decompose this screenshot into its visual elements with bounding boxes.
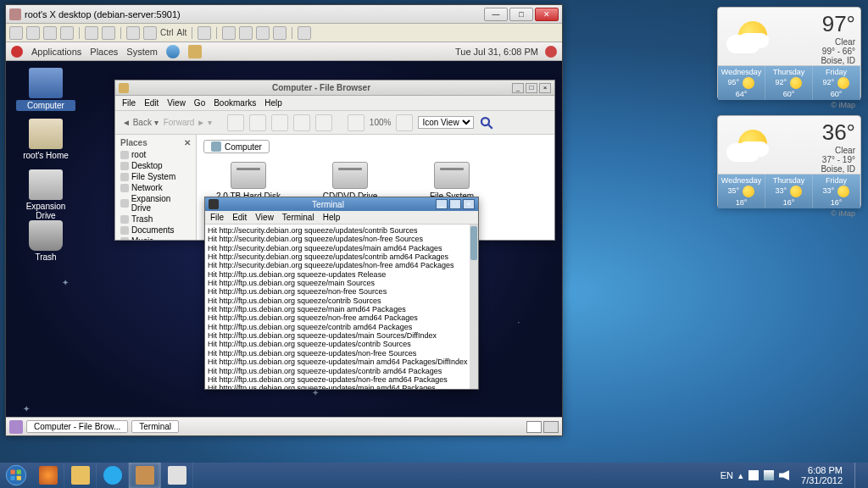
menu-system[interactable]: System	[126, 47, 158, 57]
maximize-button[interactable]: □	[449, 199, 461, 209]
fullscreen-icon[interactable]	[298, 26, 311, 40]
desktop-icon-computer[interactable]: Computer	[16, 68, 75, 111]
taskbar-pinned-firefox[interactable]	[32, 463, 64, 488]
menu-view[interactable]: View	[255, 213, 274, 222]
sidebar-item[interactable]: root	[117, 149, 194, 160]
vnc-tool-refresh[interactable]	[102, 26, 115, 40]
maximize-button[interactable]: □	[509, 8, 533, 21]
menu-edit[interactable]: Edit	[144, 98, 159, 108]
taskbar-running-vnc[interactable]	[129, 463, 161, 488]
taskbar-item-terminal[interactable]: Terminal	[131, 420, 179, 433]
desktop-icon-home[interactable]: root's Home	[16, 119, 75, 160]
sidebar-item[interactable]: Documents	[117, 225, 194, 236]
reload-icon[interactable]	[271, 114, 288, 131]
menu-file[interactable]: File	[122, 98, 136, 108]
taskbar-pinned-mpc[interactable]	[64, 463, 97, 488]
sidebar-item[interactable]: Trash	[117, 214, 194, 225]
vnc-tool-pause[interactable]	[85, 26, 98, 40]
vnc-tool-options[interactable]	[43, 26, 57, 40]
gnome-top-panel[interactable]: Applications Places System Tue Jul 31, 6…	[6, 42, 562, 61]
tray-up-icon[interactable]: ▴	[738, 470, 743, 481]
zoom-in-icon[interactable]	[396, 114, 413, 131]
gnome-clock[interactable]: Tue Jul 31, 6:08 PM	[455, 47, 538, 57]
file-browser-sidebar[interactable]: Places✕ rootDesktopFile SystemNetworkExp…	[115, 135, 197, 240]
taskbar-item-filebrowser[interactable]: Computer - File Brow...	[26, 420, 128, 433]
menu-places[interactable]: Places	[90, 47, 118, 57]
forward-button[interactable]: Forward ► ▾	[164, 118, 212, 127]
terminal-titlebar[interactable]: Terminal _ □ ×	[205, 197, 478, 211]
close-button[interactable]: ✕	[535, 8, 559, 21]
sidebar-item[interactable]: Expansion Drive	[117, 193, 194, 214]
minimize-button[interactable]: _	[512, 83, 524, 93]
terminal-window[interactable]: Terminal _ □ × File Edit View Terminal H…	[204, 197, 479, 390]
minimize-button[interactable]: —	[484, 8, 508, 21]
sidebar-item[interactable]: Network	[117, 182, 194, 193]
taskbar-pinned-skype[interactable]	[97, 463, 129, 488]
vnc-tool-ftp[interactable]	[198, 26, 211, 40]
home-icon[interactable]	[293, 114, 310, 131]
sidebar-close-icon[interactable]: ✕	[184, 138, 191, 147]
system-tray[interactable]: EN ▴ 6:08 PM 7/31/2012	[715, 463, 868, 488]
search-icon[interactable]	[479, 115, 494, 130]
vnc-tool-info[interactable]	[60, 26, 74, 40]
scrollbar[interactable]	[470, 225, 478, 389]
close-button[interactable]: ×	[539, 83, 551, 93]
desktop-icon-drive[interactable]: Expansion Drive	[16, 169, 75, 220]
menu-help[interactable]: Help	[264, 98, 282, 108]
file-browser-titlebar[interactable]: Computer - File Browser _ □ ×	[115, 80, 554, 96]
minimize-button[interactable]: _	[436, 199, 448, 209]
vnc-window[interactable]: root's X desktop (debian-server:5901) — …	[5, 4, 563, 436]
tray-volume-icon[interactable]	[779, 470, 789, 480]
gnome-bottom-panel[interactable]: Computer - File Brow... Terminal	[6, 417, 562, 435]
vnc-titlebar[interactable]: root's X desktop (debian-server:5901) — …	[6, 5, 562, 24]
vnc-tool-cad[interactable]	[126, 26, 140, 40]
vnc-tool-key[interactable]	[143, 26, 157, 40]
up-icon[interactable]	[227, 114, 244, 131]
shutdown-icon[interactable]	[545, 46, 557, 58]
zoom-actual-icon[interactable]	[273, 26, 287, 40]
tray-action-center-icon[interactable]	[748, 470, 759, 480]
menu-go[interactable]: Go	[194, 98, 205, 108]
menu-bookmarks[interactable]: Bookmarks	[214, 98, 256, 108]
desktop-icon-trash[interactable]: Trash	[16, 220, 75, 262]
menu-file[interactable]: File	[210, 213, 224, 222]
windows-taskbar[interactable]: EN ▴ 6:08 PM 7/31/2012	[0, 463, 868, 488]
weather-gadget-1[interactable]: 97° Clear 99° - 66° Boise, ID Wednesday9…	[717, 7, 861, 100]
zoom-fit-icon[interactable]	[256, 26, 270, 40]
sidebar-item[interactable]: File System	[117, 171, 194, 182]
browser-icon[interactable]	[166, 45, 180, 58]
app-launcher-icon[interactable]	[188, 45, 202, 58]
menu-applications[interactable]: Applications	[31, 47, 81, 57]
back-button[interactable]: ◄ Back ▾	[122, 118, 159, 127]
remote-desktop[interactable]: ✦✦·✦✦· Applications Places System Tue Ju…	[6, 42, 562, 435]
sidebar-item[interactable]: Desktop	[117, 160, 194, 171]
menu-terminal[interactable]: Terminal	[282, 213, 314, 222]
stop-icon[interactable]	[249, 114, 266, 131]
weather-gadget-2[interactable]: 36° Clear 37° - 19° Boise, ID Wednesday3…	[717, 115, 861, 208]
menu-help[interactable]: Help	[323, 213, 341, 222]
taskbar-pinned-paint[interactable]	[161, 463, 193, 488]
workspace-2[interactable]	[543, 421, 559, 433]
menu-view[interactable]: View	[167, 98, 186, 108]
vnc-ctrl-label[interactable]: Ctrl	[160, 28, 174, 37]
taskbar-clock[interactable]: 6:08 PM 7/31/2012	[794, 465, 849, 485]
start-button[interactable]	[0, 463, 32, 488]
computer-icon[interactable]	[315, 114, 332, 131]
tray-lang[interactable]: EN	[721, 470, 733, 480]
zoom-out-icon[interactable]	[239, 26, 253, 40]
view-mode-select[interactable]: Icon View	[418, 116, 474, 129]
zoom-in-icon[interactable]	[222, 26, 236, 40]
show-desktop-icon[interactable]	[9, 420, 23, 434]
vnc-tool-save[interactable]	[26, 26, 40, 40]
close-button[interactable]: ×	[463, 199, 475, 209]
debian-icon[interactable]	[11, 46, 23, 58]
maximize-button[interactable]: □	[526, 83, 537, 93]
location-button[interactable]: Computer	[203, 140, 270, 153]
vnc-alt-label[interactable]: Alt	[177, 28, 187, 37]
vnc-tool-new[interactable]	[9, 26, 23, 40]
show-desktop-button[interactable]	[854, 463, 863, 488]
menu-edit[interactable]: Edit	[232, 213, 247, 222]
tray-network-icon[interactable]	[764, 470, 774, 480]
workspace-1[interactable]	[526, 421, 542, 433]
zoom-out-icon[interactable]	[348, 114, 364, 131]
